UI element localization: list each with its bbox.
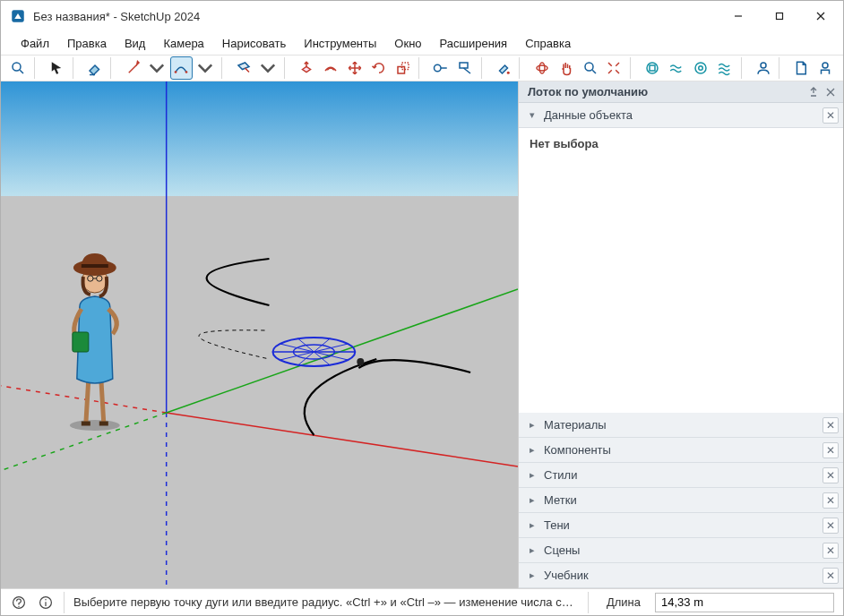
tray-titlebar[interactable]: Лоток по умолчанию <box>519 81 843 103</box>
toolbar-separator <box>221 57 228 79</box>
default-tray: Лоток по умолчанию ▾ Данные объекта ✕ Не… <box>518 81 843 588</box>
svg-point-22 <box>585 63 593 71</box>
svg-line-18 <box>464 68 471 73</box>
panel-header-tags[interactable]: ▸ Метки ✕ <box>519 488 843 513</box>
svg-point-5 <box>13 63 21 71</box>
svg-point-51 <box>18 605 19 606</box>
menu-draw[interactable]: Нарисовать <box>213 34 295 53</box>
svg-point-54 <box>45 599 46 600</box>
svg-rect-41 <box>73 332 89 352</box>
toolbar-separator <box>73 57 80 79</box>
tool-new-doc-button[interactable] <box>790 56 813 80</box>
tool-move-button[interactable] <box>343 56 366 80</box>
menu-extensions[interactable]: Расширения <box>431 34 517 53</box>
tool-arc-dropdown[interactable] <box>194 56 217 80</box>
toolbar-separator <box>284 57 291 79</box>
toolbar-separator <box>630 57 637 79</box>
entity-info-empty-text: Нет выбора <box>530 137 599 150</box>
tool-pan-button[interactable] <box>555 56 577 80</box>
tray-close-icon[interactable] <box>823 85 838 99</box>
svg-line-6 <box>21 70 24 73</box>
tool-line-dropdown[interactable] <box>146 56 168 80</box>
menu-window[interactable]: Окно <box>385 34 430 53</box>
tool-arc-button[interactable] <box>170 56 193 80</box>
panel-close-button[interactable]: ✕ <box>822 518 839 534</box>
chevron-right-icon: ▸ <box>526 569 538 581</box>
panel-close-button[interactable]: ✕ <box>822 492 839 509</box>
tool-scale-button[interactable] <box>392 56 414 80</box>
panel-header-instructor[interactable]: ▸ Учебник ✕ <box>519 563 843 588</box>
tool-orbit-button[interactable] <box>530 56 553 80</box>
menu-view[interactable]: Вид <box>116 34 155 53</box>
panel-close-button[interactable]: ✕ <box>822 568 839 584</box>
tool-extension-manager-button[interactable] <box>690 56 712 80</box>
menu-help[interactable]: Справка <box>516 34 580 53</box>
chevron-down-icon: ▾ <box>526 109 538 121</box>
panel-label: Данные объекта <box>544 108 822 122</box>
menu-tools[interactable]: Инструменты <box>295 34 385 53</box>
menu-file[interactable]: Файл <box>12 34 58 53</box>
toolbar-separator <box>741 57 748 79</box>
tool-shape-dropdown[interactable] <box>257 56 280 80</box>
window-close-button[interactable] <box>800 3 841 30</box>
panel-header-components[interactable]: ▸ Компоненты ✕ <box>519 438 843 463</box>
panel-header-styles[interactable]: ▸ Стили ✕ <box>519 463 843 488</box>
svg-point-15 <box>435 64 442 72</box>
tool-text-button[interactable] <box>454 56 477 80</box>
toolbar-separator <box>779 57 786 79</box>
panel-close-button[interactable]: ✕ <box>822 467 839 483</box>
panel-header-entity-info[interactable]: ▾ Данные объекта ✕ <box>519 103 843 128</box>
arc-tool-start-point <box>357 358 364 365</box>
svg-point-30 <box>699 66 703 71</box>
tool-search-button[interactable] <box>7 56 30 80</box>
svg-point-32 <box>822 63 828 68</box>
panel-close-button[interactable]: ✕ <box>822 543 839 559</box>
chevron-right-icon: ▸ <box>526 494 538 506</box>
panel-header-shadows[interactable]: ▸ Тени ✕ <box>519 513 843 538</box>
tool-style-wave-button[interactable] <box>666 56 688 80</box>
tool-user-button[interactable] <box>752 56 774 80</box>
menu-edit[interactable]: Правка <box>58 34 116 53</box>
menu-camera[interactable]: Камера <box>154 34 212 53</box>
panel-header-scenes[interactable]: ▸ Сцены ✕ <box>519 538 843 563</box>
status-help-icon[interactable] <box>10 594 28 612</box>
tool-tape-button[interactable] <box>430 56 452 80</box>
tool-rectangle-button[interactable] <box>233 56 255 80</box>
svg-point-31 <box>761 63 766 68</box>
tool-zoom-button[interactable] <box>579 56 601 80</box>
panel-label: Стили <box>544 468 822 482</box>
tool-paint-button[interactable] <box>492 56 514 80</box>
status-separator <box>588 592 589 613</box>
panel-close-button[interactable]: ✕ <box>822 442 839 458</box>
tool-line-button[interactable] <box>122 56 144 80</box>
panel-close-button[interactable]: ✕ <box>822 417 839 433</box>
tool-eraser-button[interactable] <box>83 56 106 80</box>
chevron-right-icon: ▸ <box>526 519 538 531</box>
tool-style-wave-2-button[interactable] <box>714 56 736 80</box>
tray-title-label: Лоток по умолчанию <box>528 85 648 98</box>
panel-close-button[interactable]: ✕ <box>822 107 839 124</box>
svg-line-26 <box>608 70 612 73</box>
svg-rect-2 <box>777 13 783 20</box>
status-hint-text: Выберите первую точку дуги или введите р… <box>73 595 579 609</box>
toolbar-separator <box>519 57 526 79</box>
panel-header-materials[interactable]: ▸ Материалы ✕ <box>519 413 843 438</box>
model-viewport[interactable] <box>1 81 518 588</box>
tool-select-button[interactable] <box>46 56 68 80</box>
svg-point-40 <box>70 420 120 431</box>
status-info-icon[interactable] <box>37 594 55 612</box>
chevron-right-icon: ▸ <box>526 444 538 456</box>
panel-body-entity-info: Нет выбора <box>519 128 843 159</box>
window-minimize-button[interactable] <box>718 3 759 30</box>
tray-pin-icon[interactable] <box>806 85 821 99</box>
tool-pushpull-button[interactable] <box>295 56 317 80</box>
status-separator <box>64 592 65 613</box>
tool-account-button[interactable] <box>814 56 837 80</box>
tool-rotate-button[interactable] <box>367 56 390 80</box>
measurement-input[interactable] <box>655 593 834 612</box>
tool-warehouse-button[interactable] <box>642 56 664 80</box>
tool-offset-button[interactable] <box>319 56 341 80</box>
tool-zoom-extents-button[interactable] <box>603 56 625 80</box>
window-maximize-button[interactable] <box>759 3 800 30</box>
app-icon <box>10 8 26 24</box>
